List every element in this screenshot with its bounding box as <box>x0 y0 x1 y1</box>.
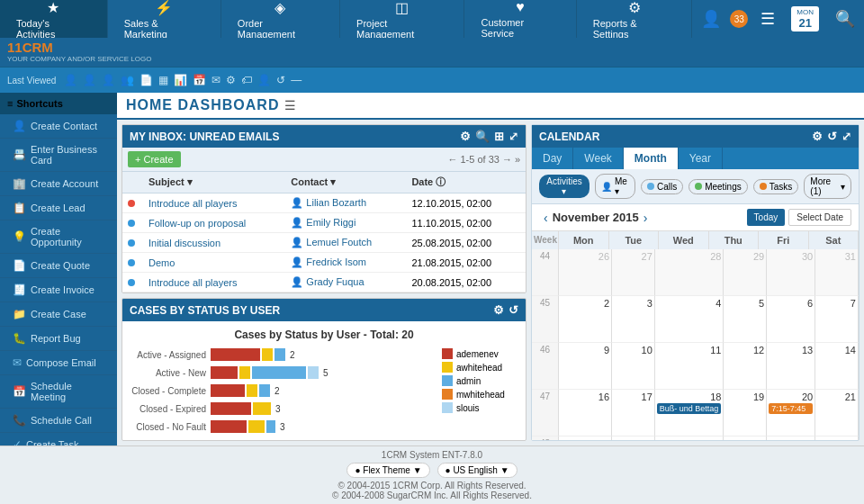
sidebar-item-account[interactable]: 🏢 Create Account <box>0 172 117 196</box>
calendar-cell[interactable]: 3 <box>612 296 655 343</box>
calendar-cell[interactable]: 7 <box>815 296 859 343</box>
nav-orders[interactable]: ◈ Order Management <box>221 0 340 38</box>
calendar-cell[interactable]: 19 <box>724 390 767 436</box>
calendar-cell[interactable]: 10 <box>612 343 655 390</box>
activities-filter-btn[interactable]: Activities ▾ <box>539 175 590 198</box>
me-filter-tag[interactable]: 👤 Me ▾ <box>595 174 635 199</box>
calendar-event[interactable]: Buß- und Bettag <box>657 403 722 414</box>
calendar-cell[interactable]: 2318:45-21:15 <box>559 436 612 440</box>
jump-end-icon[interactable]: » <box>515 154 520 165</box>
flex-theme-button[interactable]: ● Flex Theme ▼ <box>346 463 429 478</box>
calendar-cell[interactable]: 11 <box>655 343 724 390</box>
cases-refresh-icon[interactable]: ↺ <box>508 303 518 317</box>
lv-person2-icon[interactable]: 👤 <box>83 74 96 86</box>
meetings-filter-tag[interactable]: Meetings <box>688 179 748 194</box>
tab-day[interactable]: Day <box>532 148 573 169</box>
tab-month[interactable]: Month <box>624 148 679 169</box>
inbox-row[interactable]: Introduce all players 👤 Lilian Bozarth 1… <box>122 194 526 213</box>
calendar-cell[interactable]: 29 <box>724 249 767 296</box>
lv-cal-icon[interactable]: 📅 <box>193 74 206 86</box>
select-date-button[interactable]: Select Date <box>788 209 851 226</box>
more-filter-tag[interactable]: More (1) ▾ <box>804 174 851 199</box>
calendar-cell[interactable]: 31 <box>815 249 859 296</box>
tab-year[interactable]: Year <box>679 148 723 169</box>
calendar-cell[interactable]: 28 <box>655 249 724 296</box>
nav-reports[interactable]: ⚙ Reports & Settings <box>577 0 693 38</box>
lv-mail-icon[interactable]: ✉ <box>212 74 220 86</box>
lv-settings-icon[interactable]: ⚙ <box>226 74 236 86</box>
calendar-cell[interactable]: 278:45-10:30 <box>767 436 815 440</box>
calendar-cell[interactable]: 5 <box>724 296 767 343</box>
lv-chart-icon[interactable]: 📊 <box>174 74 187 86</box>
search-icon[interactable]: 🔍 <box>826 9 864 29</box>
inbox-expand[interactable]: ⤢ <box>508 130 518 143</box>
lv-person-icon[interactable]: 👤 <box>64 74 77 86</box>
lv-grid-icon[interactable]: ▦ <box>158 74 168 86</box>
calendar-cell[interactable]: 28 <box>815 436 859 440</box>
lv-minus-icon[interactable]: — <box>291 74 302 86</box>
calendar-cell[interactable]: 16 <box>559 390 612 436</box>
today-button[interactable]: Today <box>747 209 786 226</box>
user-avatar-icon[interactable]: 👤 <box>692 9 730 29</box>
email-subject[interactable]: Follow-up on proposal <box>143 213 285 233</box>
calendar-cell[interactable]: 12 <box>724 343 767 390</box>
email-subject[interactable]: Introduce all players <box>143 273 285 292</box>
calls-filter-tag[interactable]: Calls <box>641 179 683 194</box>
email-contact[interactable]: 👤 Lemuel Foutch <box>285 233 406 253</box>
inbox-icon1[interactable]: ⚙ <box>460 130 471 143</box>
email-contact[interactable]: 👤 Lilian Bozarth <box>285 194 406 213</box>
calendar-cell[interactable]: 24 <box>612 436 655 440</box>
sidebar-item-contact[interactable]: 👤 Create Contact <box>0 114 117 139</box>
calendar-cell[interactable]: 6 <box>767 296 815 343</box>
calendar-event[interactable]: 7:15-7:45 <box>769 403 813 414</box>
calendar-cell[interactable]: 4 <box>655 296 724 343</box>
calendar-cell[interactable]: 18Buß- und Bettag <box>655 390 724 436</box>
email-subject[interactable]: Initial discussion <box>143 233 285 253</box>
lv-people-icon[interactable]: 👤 <box>257 74 271 86</box>
nav-customer[interactable]: ♥ Customer Service <box>464 0 576 38</box>
sidebar-item-invoice[interactable]: 🧾 Create Invoice <box>0 278 117 302</box>
email-subject[interactable]: Demo <box>143 253 285 273</box>
sidebar-item-task[interactable]: ✓ Create Task <box>0 433 117 446</box>
lv-group-icon[interactable]: 👥 <box>121 74 134 86</box>
nav-today[interactable]: ★ Today's Activities <box>0 0 108 38</box>
sidebar-item-lead[interactable]: 📋 Create Lead <box>0 196 117 220</box>
language-button[interactable]: ● US English ▼ <box>437 463 518 478</box>
lv-refresh-icon[interactable]: ↺ <box>276 74 285 86</box>
create-email-button[interactable]: + Create <box>128 151 181 167</box>
cal-settings-icon[interactable]: ⚙ <box>812 130 823 143</box>
calendar-cell[interactable]: 2 <box>559 296 612 343</box>
dashboard-menu-icon[interactable]: ☰ <box>284 98 296 112</box>
calendar-cell[interactable]: 25 <box>655 436 724 440</box>
sidebar-item-email[interactable]: ✉ Compose Email <box>0 351 117 375</box>
sidebar-item-meeting[interactable]: 📅 Schedule Meeting <box>0 375 117 409</box>
calendar-cell[interactable]: 21 <box>815 390 859 436</box>
sidebar-item-quote[interactable]: 📄 Create Quote <box>0 254 117 278</box>
inbox-row[interactable]: Follow-up on proposal 👤 Emily Riggi 11.1… <box>122 213 526 233</box>
sidebar-item-case[interactable]: 📁 Create Case <box>0 302 117 327</box>
calendar-cell[interactable]: 9 <box>559 343 612 390</box>
email-subject[interactable]: Introduce all players <box>143 194 285 213</box>
nav-sales[interactable]: ⚡ Sales & Marketing <box>108 0 221 38</box>
prev-page-icon[interactable]: ← <box>447 154 457 165</box>
calendar-cell[interactable]: 17 <box>612 390 655 436</box>
next-month-button[interactable]: › <box>639 211 652 225</box>
inbox-row[interactable]: Demo 👤 Fredrick Isom 21.08.2015, 02:00 <box>122 253 526 273</box>
email-contact[interactable]: 👤 Emily Riggi <box>285 213 406 233</box>
menu-icon[interactable]: ☰ <box>752 9 784 29</box>
cal-expand-icon[interactable]: ⤢ <box>842 130 851 143</box>
calendar-cell[interactable]: 26 <box>559 249 612 296</box>
sidebar-item-call[interactable]: 📞 Schedule Call <box>0 409 117 433</box>
inbox-icon2[interactable]: 🔍 <box>475 130 490 143</box>
prev-month-button[interactable]: ‹ <box>539 211 553 225</box>
tab-week[interactable]: Week <box>573 148 623 169</box>
lv-tag-icon[interactable]: 🏷 <box>241 74 252 86</box>
sidebar-item-opportunity[interactable]: 💡 Create Opportunity <box>0 220 117 254</box>
calendar-cell[interactable]: 207:15-7:45 <box>767 390 815 436</box>
cal-refresh-icon[interactable]: ↺ <box>827 130 837 143</box>
calendar-cell[interactable]: 30 <box>767 249 815 296</box>
col-contact[interactable]: Contact ▾ <box>285 172 406 194</box>
next-page-icon[interactable]: → <box>502 154 512 165</box>
calendar-cell[interactable]: 13 <box>767 343 815 390</box>
inbox-row[interactable]: Introduce all players 👤 Grady Fuqua 20.0… <box>122 273 526 292</box>
